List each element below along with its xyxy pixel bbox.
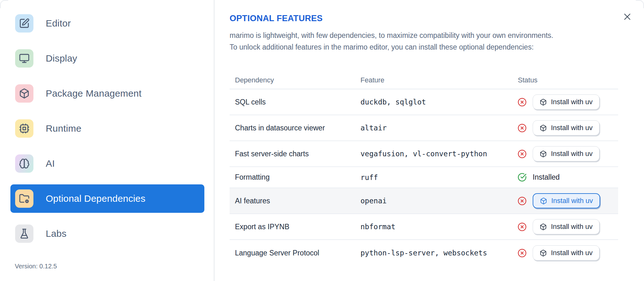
column-header-dependency: Dependency [230, 76, 355, 84]
status-missing-icon [518, 149, 527, 158]
edit-icon [15, 14, 33, 33]
settings-sidebar: Editor Display Package Management Runtim… [0, 0, 214, 281]
feature-packages: duckdb, sqlglot [355, 98, 508, 106]
package-icon [15, 84, 33, 103]
column-header-feature: Feature [355, 76, 508, 84]
sidebar-item-labs[interactable]: Labs [10, 219, 204, 248]
install-button-label: Install with uv [551, 98, 593, 106]
sidebar-item-label: Editor [46, 18, 71, 29]
status-missing-icon [518, 222, 527, 231]
package-icon [540, 150, 547, 158]
flask-icon [15, 224, 33, 243]
table-header-row: Dependency Feature Status [230, 72, 618, 89]
dialog-description: marimo is lightweight, with few dependen… [230, 30, 618, 53]
sidebar-item-label: Package Management [46, 88, 142, 99]
close-button[interactable] [622, 11, 633, 22]
install-with-uv-button[interactable]: Install with uv [533, 245, 600, 260]
status-cell: Install with uv [508, 146, 618, 161]
status-cell: Installed [508, 173, 618, 182]
feature-packages: ruff [355, 173, 508, 182]
feature-packages: openai [355, 197, 508, 205]
package-icon [540, 249, 547, 257]
table-row: SQL cells duckdb, sqlglot Install with u… [230, 89, 618, 115]
monitor-icon [15, 49, 33, 68]
settings-dialog: Editor Display Package Management Runtim… [0, 0, 644, 281]
install-with-uv-button[interactable]: Install with uv [533, 94, 600, 110]
install-button-label: Install with uv [551, 124, 593, 132]
install-button-label: Install with uv [551, 150, 593, 158]
table-row: Charts in datasource viewer altair Insta… [230, 115, 618, 141]
dependency-name: AI features [230, 197, 355, 205]
table-row: Language Server Protocol python-lsp-serv… [230, 240, 618, 266]
install-with-uv-button[interactable]: Install with uv [533, 120, 600, 135]
dependency-name: SQL cells [230, 98, 355, 106]
column-header-status: Status [508, 76, 618, 84]
feature-packages: altair [355, 124, 508, 132]
sidebar-item-ai[interactable]: AI [10, 149, 204, 178]
sidebar-item-package-management[interactable]: Package Management [10, 79, 204, 108]
sidebar-item-label: AI [46, 158, 55, 169]
feature-packages: python-lsp-server, websockets [355, 249, 508, 257]
status-missing-icon [518, 123, 527, 133]
dependency-name: Fast server-side charts [230, 150, 355, 158]
status-cell: Install with uv [508, 219, 618, 234]
installed-label: Installed [533, 173, 560, 182]
status-installed-icon [518, 173, 527, 182]
status-cell: Install with uv [508, 94, 618, 110]
brain-icon [15, 154, 33, 173]
package-icon [540, 223, 547, 230]
page-title: OPTIONAL FEATURES [230, 13, 618, 24]
folder-cog-icon [15, 189, 33, 208]
sidebar-nav: Editor Display Package Management Runtim… [10, 9, 214, 254]
install-button-label: Install with uv [551, 249, 593, 257]
install-with-uv-button[interactable]: Install with uv [533, 193, 600, 208]
status-cell: Install with uv [508, 120, 618, 135]
table-row: Fast server-side charts vegafusion, vl-c… [230, 141, 618, 167]
install-button-label: Install with uv [551, 223, 593, 231]
dependency-name: Language Server Protocol [230, 249, 355, 257]
status-missing-icon [518, 98, 527, 107]
status-missing-icon [518, 196, 527, 206]
sidebar-item-label: Labs [46, 228, 67, 239]
package-icon [540, 197, 547, 205]
dependency-name: Charts in datasource viewer [230, 124, 355, 132]
description-line-2: To unlock additional features in the mar… [230, 41, 618, 53]
sidebar-item-display[interactable]: Display [10, 44, 204, 73]
sidebar-item-optional-dependencies[interactable]: Optional Dependencies [10, 184, 204, 213]
version-label: Version: 0.12.5 [15, 263, 214, 270]
table-row: Formatting ruff Installed [230, 167, 618, 188]
status-missing-icon [518, 248, 527, 258]
package-icon [540, 124, 547, 132]
install-with-uv-button[interactable]: Install with uv [533, 219, 600, 234]
optional-features-panel: OPTIONAL FEATURES marimo is lightweight,… [214, 0, 644, 281]
install-button-label: Install with uv [551, 197, 593, 205]
status-cell: Install with uv [508, 193, 618, 208]
sidebar-item-editor[interactable]: Editor [10, 9, 204, 38]
table-body: SQL cells duckdb, sqlglot Install with u… [230, 89, 618, 266]
package-icon [540, 99, 547, 106]
status-cell: Install with uv [508, 245, 618, 260]
dependency-name: Export as IPYNB [230, 223, 355, 231]
dependencies-table: Dependency Feature Status SQL cells duck… [230, 72, 618, 266]
sidebar-item-label: Runtime [46, 123, 81, 134]
dependency-name: Formatting [230, 173, 355, 182]
close-icon [622, 11, 633, 22]
description-line-1: marimo is lightweight, with few dependen… [230, 30, 618, 41]
sidebar-item-label: Optional Dependencies [46, 193, 145, 204]
cpu-icon [15, 119, 33, 138]
sidebar-item-runtime[interactable]: Runtime [10, 114, 204, 143]
install-with-uv-button[interactable]: Install with uv [533, 146, 600, 161]
table-row: Export as IPYNB nbformat Install with uv [230, 214, 618, 240]
feature-packages: nbformat [355, 223, 508, 231]
table-row: AI features openai Install with uv [230, 188, 618, 214]
feature-packages: vegafusion, vl-convert-python [355, 150, 508, 158]
sidebar-item-label: Display [46, 53, 77, 64]
